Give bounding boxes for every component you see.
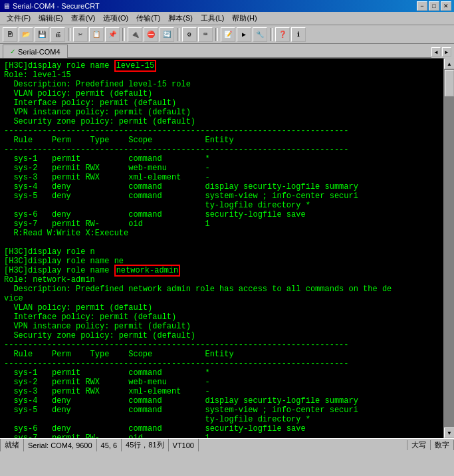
toolbar-sep5 [270, 28, 273, 41]
status-num: 数字 [431, 440, 454, 450]
toolbar-save[interactable]: 💾 [35, 27, 49, 42]
status-serial: Serial: COM4, 9600 [24, 439, 97, 451]
menu-script[interactable]: 脚本(S) [164, 12, 197, 25]
menu-view[interactable]: 查看(V) [67, 12, 100, 25]
status-lines-text: 45行，81列 [126, 440, 164, 450]
tab-check-icon: ✓ [10, 48, 15, 55]
terminal-line-13: sys-4 deny command display security-logf… [4, 182, 358, 191]
terminal-line-11: sys-2 permit RWX web-menu - [4, 164, 210, 173]
terminal-line-31: Rule Perm Type Scope Entity [4, 350, 234, 359]
toolbar-cut[interactable]: ✂ [73, 27, 88, 42]
toolbar-log[interactable]: 📝 [221, 27, 235, 42]
highlight-network-admin: network-admin [114, 265, 181, 277]
terminal-line-32: ----------------------------------------… [4, 359, 348, 368]
terminal-wrapper: [H3C]display role name level-15 Role: le… [0, 59, 454, 438]
status-lines: 45行，81列 [122, 439, 168, 451]
terminal[interactable]: [H3C]display role name level-15 Role: le… [0, 59, 443, 438]
menu-bar: 文件(F) 编辑(E) 查看(V) 选项(O) 传输(T) 脚本(S) 工具(L… [0, 12, 454, 25]
toolbar-disconnect[interactable]: ⛔ [144, 27, 158, 42]
terminal-line-6: Security zone policy: permit (default) [4, 117, 195, 126]
scroll-down-button[interactable]: ▼ [444, 427, 454, 438]
terminal-line-8: Rule Perm Type Scope Entity [4, 136, 234, 145]
toolbar-reconnect[interactable]: 🔄 [160, 27, 174, 42]
scroll-thumb[interactable] [445, 70, 454, 96]
toolbar-script[interactable]: ▶ [237, 27, 251, 42]
status-ready-text: 就绪 [5, 440, 19, 450]
toolbar-connect[interactable]: 🔌 [128, 27, 142, 42]
toolbar-keymap[interactable]: ⌨ [198, 27, 213, 42]
menu-help[interactable]: 帮助(H) [228, 12, 261, 25]
status-ready: 就绪 [0, 439, 24, 451]
toolbar-about[interactable]: ℹ [291, 27, 306, 42]
terminal-line-19 [4, 238, 9, 247]
terminal-line-20: [H3C]display role n [4, 247, 95, 257]
title-bar-controls: − □ ✕ [417, 1, 451, 11]
tab-serial-com4[interactable]: ✓ Serial-COM4 [3, 45, 68, 58]
terminal-line-25: vice [4, 294, 23, 303]
title-bar-title: 🖥 Serial-COM4 - SecureCRT [3, 2, 100, 10]
terminal-line-18: R:Read W:Write X:Execute [4, 229, 128, 238]
menu-edit[interactable]: 编辑(E) [35, 12, 67, 25]
terminal-line-21: [H3C]display role name ne [4, 257, 124, 266]
tab-bar: ✓ Serial-COM4 ◀ ▶ [0, 44, 454, 59]
status-position-text: 45, 6 [101, 441, 117, 449]
maximize-button[interactable]: □ [429, 1, 439, 11]
toolbar-sep2 [122, 28, 125, 41]
tab-scroll-left[interactable]: ◀ [431, 47, 441, 57]
toolbar-copy[interactable]: 📋 [89, 27, 104, 42]
toolbar-settings[interactable]: ⚙ [182, 27, 197, 42]
terminal-line-4: Interface policy: permit (default) [4, 98, 176, 108]
terminal-line-30: ----------------------------------------… [4, 340, 348, 350]
terminal-line-7: ----------------------------------------… [4, 126, 348, 136]
window-title: Serial-COM4 - SecureCRT [13, 2, 100, 10]
terminal-line-35: sys-3 permit RWX xml-element - [4, 387, 210, 396]
close-button[interactable]: ✕ [441, 1, 451, 11]
terminal-line-26: VLAN policy: permit (default) [4, 303, 152, 312]
terminal-line-33: sys-1 permit command * [4, 368, 210, 378]
terminal-line-23: Role: network-admin [4, 275, 95, 285]
terminal-line-12: sys-3 permit RWX xml-element - [4, 173, 210, 182]
terminal-line-34: sys-2 permit RWX web-menu - [4, 378, 210, 387]
terminal-line-37: sys-5 deny command system-view ; info-ce… [4, 406, 358, 415]
terminal-line-17: sys-7 permit RW- oid 1 [4, 219, 210, 229]
status-caps: 大写 [407, 440, 431, 450]
status-bar: 就绪 Serial: COM4, 9600 45, 6 45行，81列 VT10… [0, 438, 454, 451]
vertical-scrollbar[interactable]: ▲ ▼ [443, 59, 454, 438]
toolbar-new[interactable]: 🖹 [3, 27, 17, 42]
terminal-line-1: Role: level-15 [4, 70, 71, 80]
toolbar-paste[interactable]: 📌 [105, 27, 120, 42]
terminal-line-36: sys-4 deny command display security-logf… [4, 396, 358, 406]
tab-scroll-right[interactable]: ▶ [442, 47, 451, 57]
title-bar: 🖥 Serial-COM4 - SecureCRT − □ ✕ [0, 0, 454, 12]
terminal-line-9: ----------------------------------------… [4, 145, 348, 154]
toolbar-open[interactable]: 📂 [19, 27, 33, 42]
menu-transfer[interactable]: 传输(T) [132, 12, 164, 25]
terminal-line-2: Description: Predefined level-15 role [4, 80, 191, 89]
terminal-line-38: ty-logfile directory * [4, 415, 310, 424]
menu-tools[interactable]: 工具(L) [197, 12, 228, 25]
minimize-button[interactable]: − [417, 1, 427, 11]
terminal-line-24: Description: Predefined network admin ro… [4, 285, 392, 294]
toolbar-macro[interactable]: 🔧 [253, 27, 267, 42]
terminal-line-14: sys-5 deny command system-view ; info-ce… [4, 191, 358, 201]
tab-label: Serial-COM4 [18, 48, 60, 56]
status-serial-text: Serial: COM4, 9600 [28, 441, 92, 449]
highlight-level15: level-15 [114, 60, 157, 72]
status-end: 大写 数字 [407, 440, 454, 450]
status-position: 45, 6 [97, 439, 122, 451]
terminal-line-39: sys-6 deny command security-logfile save [4, 424, 306, 433]
scroll-up-button[interactable]: ▲ [444, 59, 454, 69]
status-encoding-text: VT100 [173, 441, 194, 449]
terminal-line-27: Interface policy: permit (default) [4, 312, 176, 322]
menu-file[interactable]: 文件(F) [3, 12, 35, 25]
status-num-text: 数字 [435, 440, 449, 450]
status-encoding: VT100 [169, 439, 199, 451]
toolbar-print[interactable]: 🖨 [51, 27, 65, 42]
menu-options[interactable]: 选项(O) [99, 12, 132, 25]
terminal-line-10: sys-1 permit command * [4, 154, 210, 164]
terminal-line-28: VPN instance policy: permit (default) [4, 322, 191, 331]
toolbar-help[interactable]: ❓ [275, 27, 290, 42]
toolbar-sep3 [177, 28, 179, 41]
scroll-track[interactable] [444, 69, 454, 427]
terminal-line-16: sys-6 deny command security-logfile save [4, 210, 306, 219]
